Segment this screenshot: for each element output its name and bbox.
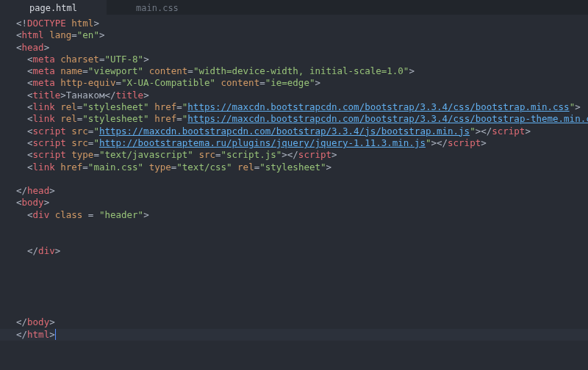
code-line: </head> <box>16 185 588 197</box>
code-line: <meta http-equiv="X-UA-Compatible" conte… <box>16 77 588 89</box>
code-line: </div> <box>16 245 588 257</box>
code-line <box>16 221 588 233</box>
code-line: <link rel="stylesheet" href="https://max… <box>16 101 588 113</box>
tab-main-css[interactable]: main.css <box>107 0 208 15</box>
code-line: <script src="http://bootstraptema.ru/plu… <box>16 137 588 149</box>
code-line: </html> <box>16 329 588 341</box>
code-line <box>16 293 588 305</box>
code-line <box>16 233 588 244</box>
code-line: <!DOCTYPE html> <box>16 18 588 29</box>
code-line: <div class = "header"> <box>16 209 588 221</box>
code-line: </body> <box>16 316 588 328</box>
tab-bar: page.html main.css <box>0 0 588 15</box>
code-line <box>16 305 588 316</box>
code-line: <title>Танаком</title> <box>16 90 588 101</box>
code-line: <script src="https://maxcdn.bootstrapcdn… <box>16 126 588 137</box>
code-line: <meta charset="UTF-8"> <box>16 54 588 65</box>
code-line: <body> <box>16 197 588 208</box>
code-line: <link rel="stylesheet" href="https://max… <box>16 113 588 125</box>
code-line: <head> <box>16 42 588 54</box>
code-line: <script type="text/javascript" src="scri… <box>16 149 588 161</box>
code-line <box>16 173 588 185</box>
tab-page-html[interactable]: page.html <box>0 0 107 15</box>
code-line <box>16 269 588 280</box>
code-line: <link href="main.css" type="text/css" re… <box>16 162 588 173</box>
code-line <box>16 257 588 269</box>
text-cursor <box>55 329 56 340</box>
code-line <box>16 281 588 293</box>
code-line: <meta name="viewport" content="width=dev… <box>16 65 588 77</box>
code-editor[interactable]: <!DOCTYPE html> <html lang="en"> <head> … <box>0 15 588 344</box>
code-line: <html lang="en"> <box>16 29 588 41</box>
